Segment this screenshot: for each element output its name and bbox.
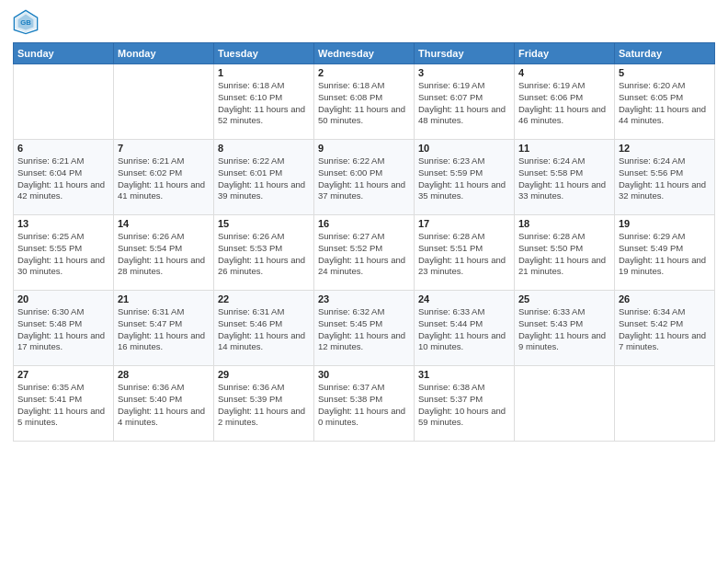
weekday-saturday: Saturday (615, 43, 715, 64)
weekday-monday: Monday (114, 43, 214, 64)
day-number: 10 (418, 143, 510, 154)
day-number: 11 (518, 143, 610, 154)
day-info: Sunrise: 6:30 AM Sunset: 5:48 PM Dayligh… (17, 306, 109, 353)
week-row-1: 1Sunrise: 6:18 AM Sunset: 6:10 PM Daylig… (14, 64, 715, 140)
day-info: Sunrise: 6:38 AM Sunset: 5:37 PM Dayligh… (418, 382, 510, 429)
day-cell: 16Sunrise: 6:27 AM Sunset: 5:52 PM Dayli… (314, 215, 415, 291)
week-row-3: 13Sunrise: 6:25 AM Sunset: 5:55 PM Dayli… (14, 215, 715, 291)
day-info: Sunrise: 6:19 AM Sunset: 6:06 PM Dayligh… (518, 80, 610, 127)
calendar-body: 1Sunrise: 6:18 AM Sunset: 6:10 PM Daylig… (14, 64, 715, 442)
day-info: Sunrise: 6:26 AM Sunset: 5:53 PM Dayligh… (218, 231, 310, 278)
day-info: Sunrise: 6:33 AM Sunset: 5:43 PM Dayligh… (518, 306, 610, 353)
day-info: Sunrise: 6:24 AM Sunset: 5:58 PM Dayligh… (518, 155, 610, 202)
weekday-tuesday: Tuesday (214, 43, 314, 64)
day-cell: 5Sunrise: 6:20 AM Sunset: 6:05 PM Daylig… (615, 64, 715, 140)
day-cell: 11Sunrise: 6:24 AM Sunset: 5:58 PM Dayli… (515, 140, 615, 215)
day-number: 27 (17, 369, 109, 380)
day-cell: 27Sunrise: 6:35 AM Sunset: 5:41 PM Dayli… (14, 366, 114, 442)
day-number: 28 (118, 369, 210, 380)
day-info: Sunrise: 6:20 AM Sunset: 6:05 PM Dayligh… (619, 80, 711, 127)
day-number: 17 (418, 218, 510, 229)
day-number: 3 (418, 67, 510, 78)
day-info: Sunrise: 6:28 AM Sunset: 5:50 PM Dayligh… (518, 231, 610, 278)
svg-text:GB: GB (20, 18, 31, 27)
day-number: 2 (318, 67, 410, 78)
logo: GB (13, 9, 42, 35)
week-row-5: 27Sunrise: 6:35 AM Sunset: 5:41 PM Dayli… (14, 366, 715, 442)
day-cell: 19Sunrise: 6:29 AM Sunset: 5:49 PM Dayli… (615, 215, 715, 291)
day-info: Sunrise: 6:19 AM Sunset: 6:07 PM Dayligh… (418, 80, 510, 127)
day-info: Sunrise: 6:24 AM Sunset: 5:56 PM Dayligh… (619, 155, 711, 202)
day-cell: 22Sunrise: 6:31 AM Sunset: 5:46 PM Dayli… (214, 291, 314, 366)
day-info: Sunrise: 6:31 AM Sunset: 5:46 PM Dayligh… (218, 306, 310, 353)
day-number: 14 (118, 218, 210, 229)
day-number: 1 (218, 67, 310, 78)
day-cell: 21Sunrise: 6:31 AM Sunset: 5:47 PM Dayli… (114, 291, 214, 366)
day-number: 21 (118, 293, 210, 304)
weekday-wednesday: Wednesday (314, 43, 415, 64)
day-cell: 7Sunrise: 6:21 AM Sunset: 6:02 PM Daylig… (114, 140, 214, 215)
day-number: 18 (518, 218, 610, 229)
day-info: Sunrise: 6:35 AM Sunset: 5:41 PM Dayligh… (17, 382, 109, 429)
day-info: Sunrise: 6:23 AM Sunset: 5:59 PM Dayligh… (418, 155, 510, 202)
day-cell (515, 366, 615, 442)
day-cell: 10Sunrise: 6:23 AM Sunset: 5:59 PM Dayli… (415, 140, 515, 215)
day-info: Sunrise: 6:18 AM Sunset: 6:10 PM Dayligh… (218, 80, 310, 127)
day-number: 13 (17, 218, 109, 229)
day-cell: 13Sunrise: 6:25 AM Sunset: 5:55 PM Dayli… (14, 215, 114, 291)
day-number: 15 (218, 218, 310, 229)
day-info: Sunrise: 6:37 AM Sunset: 5:38 PM Dayligh… (318, 382, 410, 429)
day-number: 8 (218, 143, 310, 154)
day-info: Sunrise: 6:25 AM Sunset: 5:55 PM Dayligh… (17, 231, 109, 278)
day-info: Sunrise: 6:21 AM Sunset: 6:04 PM Dayligh… (17, 155, 109, 202)
day-number: 16 (318, 218, 410, 229)
day-info: Sunrise: 6:21 AM Sunset: 6:02 PM Dayligh… (118, 155, 210, 202)
weekday-thursday: Thursday (415, 43, 515, 64)
day-cell: 26Sunrise: 6:34 AM Sunset: 5:42 PM Dayli… (615, 291, 715, 366)
day-info: Sunrise: 6:36 AM Sunset: 5:40 PM Dayligh… (118, 382, 210, 429)
day-cell: 28Sunrise: 6:36 AM Sunset: 5:40 PM Dayli… (114, 366, 214, 442)
day-number: 4 (518, 67, 610, 78)
day-cell: 6Sunrise: 6:21 AM Sunset: 6:04 PM Daylig… (14, 140, 114, 215)
day-number: 24 (418, 293, 510, 304)
day-cell: 8Sunrise: 6:22 AM Sunset: 6:01 PM Daylig… (214, 140, 314, 215)
day-number: 31 (418, 369, 510, 380)
week-row-2: 6Sunrise: 6:21 AM Sunset: 6:04 PM Daylig… (14, 140, 715, 215)
day-cell: 23Sunrise: 6:32 AM Sunset: 5:45 PM Dayli… (314, 291, 415, 366)
day-info: Sunrise: 6:33 AM Sunset: 5:44 PM Dayligh… (418, 306, 510, 353)
day-cell: 17Sunrise: 6:28 AM Sunset: 5:51 PM Dayli… (415, 215, 515, 291)
day-number: 30 (318, 369, 410, 380)
day-cell: 24Sunrise: 6:33 AM Sunset: 5:44 PM Dayli… (415, 291, 515, 366)
day-number: 19 (619, 218, 711, 229)
day-cell: 25Sunrise: 6:33 AM Sunset: 5:43 PM Dayli… (515, 291, 615, 366)
day-cell: 1Sunrise: 6:18 AM Sunset: 6:10 PM Daylig… (214, 64, 314, 140)
day-info: Sunrise: 6:26 AM Sunset: 5:54 PM Dayligh… (118, 231, 210, 278)
calendar-table: SundayMondayTuesdayWednesdayThursdayFrid… (13, 42, 715, 442)
day-cell (615, 366, 715, 442)
day-info: Sunrise: 6:22 AM Sunset: 6:00 PM Dayligh… (318, 155, 410, 202)
day-info: Sunrise: 6:18 AM Sunset: 6:08 PM Dayligh… (318, 80, 410, 127)
day-cell: 20Sunrise: 6:30 AM Sunset: 5:48 PM Dayli… (14, 291, 114, 366)
day-info: Sunrise: 6:31 AM Sunset: 5:47 PM Dayligh… (118, 306, 210, 353)
weekday-header-row: SundayMondayTuesdayWednesdayThursdayFrid… (14, 43, 715, 64)
day-number: 20 (17, 293, 109, 304)
day-number: 6 (17, 143, 109, 154)
day-info: Sunrise: 6:29 AM Sunset: 5:49 PM Dayligh… (619, 231, 711, 278)
day-cell (14, 64, 114, 140)
page: GB SundayMondayTuesdayWednesdayThursdayF… (0, 0, 728, 563)
weekday-sunday: Sunday (14, 43, 114, 64)
weekday-friday: Friday (515, 43, 615, 64)
day-cell: 15Sunrise: 6:26 AM Sunset: 5:53 PM Dayli… (214, 215, 314, 291)
day-cell: 18Sunrise: 6:28 AM Sunset: 5:50 PM Dayli… (515, 215, 615, 291)
day-info: Sunrise: 6:36 AM Sunset: 5:39 PM Dayligh… (218, 382, 310, 429)
day-cell: 14Sunrise: 6:26 AM Sunset: 5:54 PM Dayli… (114, 215, 214, 291)
day-number: 12 (619, 143, 711, 154)
day-info: Sunrise: 6:34 AM Sunset: 5:42 PM Dayligh… (619, 306, 711, 353)
day-number: 23 (318, 293, 410, 304)
day-cell: 3Sunrise: 6:19 AM Sunset: 6:07 PM Daylig… (415, 64, 515, 140)
day-number: 22 (218, 293, 310, 304)
day-number: 25 (518, 293, 610, 304)
day-info: Sunrise: 6:28 AM Sunset: 5:51 PM Dayligh… (418, 231, 510, 278)
day-number: 7 (118, 143, 210, 154)
day-cell: 4Sunrise: 6:19 AM Sunset: 6:06 PM Daylig… (515, 64, 615, 140)
